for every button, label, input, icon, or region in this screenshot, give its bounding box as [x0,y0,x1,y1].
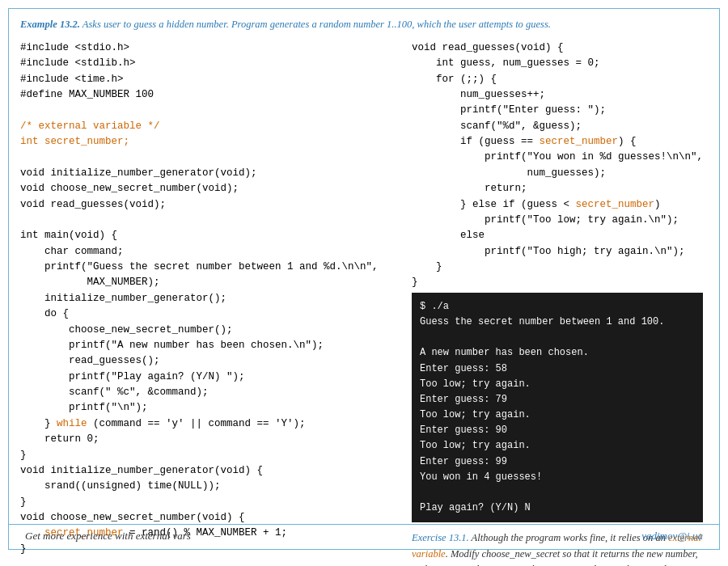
content-area: #include <stdio.h> #include <stdlib.h> #… [20,40,708,566]
terminal-output: $ ./a Guess the secret number between 1 … [412,293,703,523]
footer-center: Get more experience with external vars [25,530,191,543]
main-container: Example 13.2. Asks user to guess a hidde… [8,8,720,550]
caption-text: Asks user to guess a hidden number. Prog… [80,19,551,30]
left-code-block: #include <stdio.h> #include <stdlib.h> #… [20,40,400,557]
footer: Get more experience with external vars v… [9,524,719,543]
right-code-block: void read_guesses(void) { int guess, num… [412,40,708,291]
exercise-text2: . Modify choose_new_secret so that it re… [412,548,698,566]
right-column: void read_guesses(void) { int guess, num… [400,40,708,566]
example-caption: Example 13.2. Asks user to guess a hidde… [20,17,708,32]
footer-email: vadimov@i.ua [641,530,703,543]
caption-label: Example 13.2. [20,19,80,30]
left-column: #include <stdio.h> #include <stdlib.h> #… [20,40,400,566]
